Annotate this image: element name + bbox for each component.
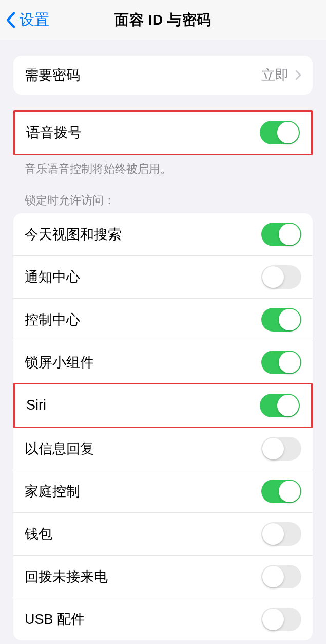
wallet-label: 钱包: [25, 525, 52, 543]
lockscreen-widgets-label: 锁屏小组件: [25, 353, 94, 372]
return-missed-calls-toggle[interactable]: [261, 565, 301, 588]
voice-dial-highlight: 语音拨号: [13, 110, 313, 155]
siri-toggle[interactable]: [260, 394, 300, 417]
reply-messages-toggle[interactable]: [261, 437, 301, 461]
home-control-row: 家庭控制: [13, 470, 313, 513]
voice-dial-label: 语音拨号: [26, 123, 82, 142]
usb-accessories-toggle[interactable]: [261, 608, 301, 631]
page-title: 面容 ID 与密码: [114, 10, 211, 30]
control-center-row: 控制中心: [13, 299, 313, 341]
control-center-label: 控制中心: [25, 310, 80, 329]
voice-dial-row: 语音拨号: [15, 112, 311, 154]
lockscreen-widgets-toggle[interactable]: [261, 351, 301, 374]
locked-access-header: 锁定时允许访问：: [13, 177, 313, 213]
voice-dial-footer: 音乐语音控制将始终被启用。: [13, 155, 313, 177]
today-view-row: 今天视图和搜索: [13, 213, 313, 256]
return-missed-calls-row: 回拨未接来电: [13, 556, 313, 598]
require-passcode-row[interactable]: 需要密码 立即: [13, 56, 313, 95]
lockscreen-widgets-row: 锁屏小组件: [13, 341, 313, 383]
chevron-left-icon: [6, 12, 15, 28]
usb-accessories-label: USB 配件: [25, 610, 85, 629]
back-button[interactable]: 设置: [0, 10, 49, 30]
usb-accessories-row: USB 配件: [13, 598, 313, 640]
voice-dial-toggle[interactable]: [260, 121, 300, 144]
usb-footer: iPhone 锁定超过一小时后，需先解锁 iPhone 才能允许 USB 配件连…: [13, 640, 313, 644]
notification-center-label: 通知中心: [25, 268, 80, 286]
require-passcode-label: 需要密码: [25, 66, 80, 84]
navigation-bar: 设置 面容 ID 与密码: [0, 0, 326, 40]
today-view-label: 今天视图和搜索: [25, 225, 122, 244]
return-missed-calls-label: 回拨未接来电: [25, 567, 108, 586]
siri-label: Siri: [26, 397, 46, 413]
reply-messages-row: 以信息回复: [13, 428, 313, 470]
home-control-toggle[interactable]: [261, 480, 301, 503]
wallet-toggle[interactable]: [261, 522, 301, 546]
notification-center-toggle[interactable]: [261, 265, 301, 289]
wallet-row: 钱包: [13, 513, 313, 556]
notification-center-row: 通知中心: [13, 256, 313, 299]
today-view-toggle[interactable]: [261, 223, 301, 246]
reply-messages-label: 以信息回复: [25, 439, 94, 458]
back-label: 设置: [20, 10, 49, 30]
siri-highlight: Siri: [13, 383, 313, 428]
chevron-right-icon: [295, 70, 301, 80]
home-control-label: 家庭控制: [25, 482, 80, 501]
require-passcode-value: 立即: [261, 66, 289, 84]
control-center-toggle[interactable]: [261, 308, 301, 332]
siri-row: Siri: [15, 384, 311, 427]
